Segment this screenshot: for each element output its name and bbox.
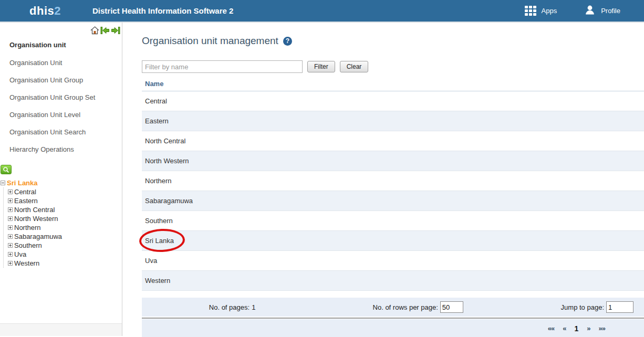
expand-icon[interactable] <box>8 234 13 239</box>
tree-node[interactable]: North Central <box>8 205 122 214</box>
expand-icon[interactable] <box>8 261 13 266</box>
logo-accent: 2 <box>54 4 61 17</box>
row-label: Southern <box>145 217 173 225</box>
sidebar-item-organisation-unit-level[interactable]: Organisation Unit Level <box>0 106 122 123</box>
tree-node-label[interactable]: North Central <box>14 206 55 214</box>
table-row[interactable]: Central <box>142 91 644 111</box>
expand-icon[interactable] <box>8 216 13 221</box>
sidebar-footer-strip <box>0 323 122 336</box>
search-icon <box>3 166 9 173</box>
row-label: North Central <box>145 137 185 145</box>
help-icon[interactable] <box>283 37 292 46</box>
apps-menu-button[interactable]: Apps <box>525 6 557 16</box>
tree-node-label[interactable]: Eastern <box>14 197 38 205</box>
row-label: North Western <box>145 157 189 165</box>
jump-to-page-input[interactable] <box>606 301 633 313</box>
current-page-number[interactable]: 1 <box>575 324 579 333</box>
table-row[interactable]: Northern <box>142 171 644 191</box>
tree-node-label[interactable]: Uva <box>14 250 26 258</box>
row-label: Eastern <box>145 117 169 125</box>
table-row[interactable]: Uva <box>142 251 644 271</box>
name-column-header: Name <box>142 77 644 91</box>
filter-button[interactable]: Filter <box>307 61 335 72</box>
tree-node[interactable]: Southern <box>8 241 122 250</box>
sidebar-item-organisation-unit[interactable]: Organisation Unit <box>0 54 122 71</box>
tree-node-label[interactable]: Northern <box>14 224 41 231</box>
sidebar-menu: Organisation Unit Organisation Unit Grou… <box>0 54 122 158</box>
row-label: Western <box>145 277 170 285</box>
tree-node-root[interactable]: Sri Lanka <box>1 178 122 187</box>
dhis2-logo[interactable]: dhis2 <box>0 4 61 18</box>
filter-by-name-input[interactable] <box>142 60 303 73</box>
page-title: Organisation unit management <box>142 35 278 47</box>
org-unit-tree: Sri Lanka Central Eastern North Central … <box>1 178 122 268</box>
rows-per-page-label: No. of rows per page: <box>373 303 438 311</box>
tree-node[interactable]: Western <box>8 259 122 268</box>
rows-per-page-input[interactable] <box>440 301 463 313</box>
app-title: District Health Information Software 2 <box>92 6 233 15</box>
apps-grid-icon <box>525 6 536 16</box>
last-page-button[interactable]: »» <box>599 324 605 332</box>
pagination-controls-row: «« « 1 » »» <box>142 319 644 337</box>
profile-icon <box>584 4 596 18</box>
profile-label: Profile <box>601 7 620 15</box>
jump-to-page-label: Jump to page: <box>561 303 604 311</box>
sidebar-item-hierarchy-operations[interactable]: Hierarchy Operations <box>0 141 122 158</box>
expand-icon[interactable] <box>8 252 13 257</box>
tree-node[interactable]: Central <box>8 187 122 196</box>
table-row[interactable]: Southern <box>142 211 644 231</box>
tree-node[interactable]: Northern <box>8 223 122 232</box>
sidebar-nav-icons <box>90 26 120 35</box>
left-sidebar: Organisation unit Organisation Unit Orga… <box>0 23 122 336</box>
table-row-sri-lanka[interactable]: Sri Lanka <box>142 231 644 251</box>
tree-node-label[interactable]: North Western <box>14 215 58 223</box>
row-label: Sabaragamuwa <box>145 197 193 205</box>
tree-node-label[interactable]: Southern <box>14 241 42 249</box>
tree-node[interactable]: Eastern <box>8 196 122 205</box>
no-of-pages-value: 1 <box>252 303 255 311</box>
table-footer: No. of pages: 1 No. of rows per page: Ju… <box>142 298 644 337</box>
top-header-bar: dhis2 District Health Information Softwa… <box>0 0 644 23</box>
clear-button[interactable]: Clear <box>340 61 369 72</box>
table-row[interactable]: North Western <box>142 151 644 171</box>
tree-node[interactable]: Uva <box>8 250 122 259</box>
tree-node-label[interactable]: Sabaragamuwa <box>14 233 62 240</box>
org-unit-table: Name Central Eastern North Central North… <box>142 77 644 291</box>
row-label: Sri Lanka <box>145 237 174 245</box>
filter-bar: Filter Clear <box>142 60 644 73</box>
tree-children: Central Eastern North Central North West… <box>3 187 122 268</box>
prev-page-button[interactable]: « <box>563 324 566 332</box>
sidebar-item-organisation-unit-search[interactable]: Organisation Unit Search <box>0 123 122 141</box>
sidebar-section-title: Organisation unit <box>9 41 122 49</box>
sidebar-item-organisation-unit-group-set[interactable]: Organisation Unit Group Set <box>0 89 122 106</box>
expand-icon[interactable] <box>8 225 13 230</box>
tree-node[interactable]: North Western <box>8 214 122 223</box>
expand-icon[interactable] <box>8 198 13 203</box>
no-of-pages-label: No. of pages: <box>209 303 250 311</box>
tree-node[interactable]: Sabaragamuwa <box>8 232 122 241</box>
pagination-info-row: No. of pages: 1 No. of rows per page: Ju… <box>142 298 644 317</box>
apps-label: Apps <box>542 7 557 15</box>
table-row[interactable]: Sabaragamuwa <box>142 191 644 211</box>
collapse-icon[interactable] <box>1 181 5 185</box>
profile-menu-button[interactable]: Profile <box>584 4 620 18</box>
footer-divider <box>142 318 644 319</box>
home-icon[interactable] <box>90 26 99 35</box>
tree-root-label[interactable]: Sri Lanka <box>7 179 38 187</box>
main-content: Organisation unit management Filter Clea… <box>122 23 644 336</box>
tree-search-button[interactable] <box>1 165 12 174</box>
tree-node-label[interactable]: Central <box>14 188 36 196</box>
expand-icon[interactable] <box>8 243 13 248</box>
sidebar-item-organisation-unit-group[interactable]: Organisation Unit Group <box>0 71 122 89</box>
logo-text: dhis <box>29 4 54 17</box>
forward-arrow-icon[interactable] <box>111 26 120 35</box>
first-page-button[interactable]: «« <box>548 324 554 332</box>
table-row[interactable]: Eastern <box>142 111 644 131</box>
table-row[interactable]: Western <box>142 271 644 291</box>
back-arrow-icon[interactable] <box>100 26 110 35</box>
tree-node-label[interactable]: Western <box>14 259 39 267</box>
expand-icon[interactable] <box>8 207 13 212</box>
table-row[interactable]: North Central <box>142 131 644 151</box>
expand-icon[interactable] <box>8 189 13 194</box>
next-page-button[interactable]: » <box>587 324 590 332</box>
